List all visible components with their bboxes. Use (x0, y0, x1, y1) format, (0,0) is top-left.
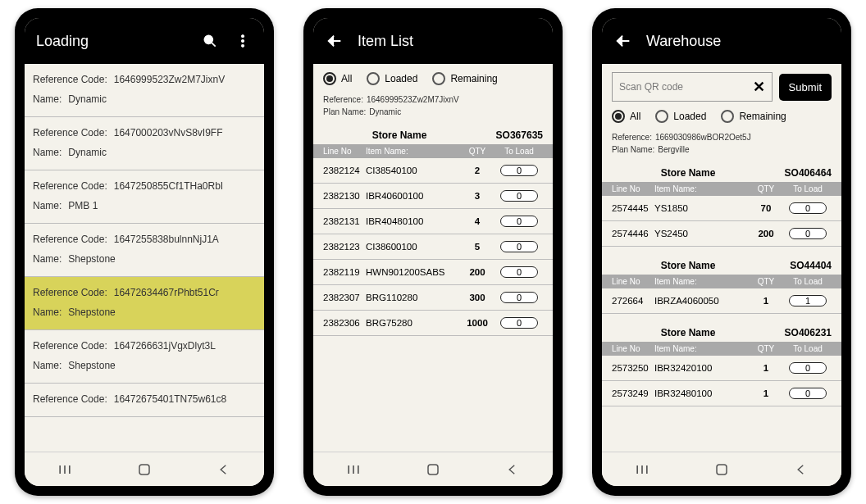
back-icon[interactable] (504, 461, 522, 479)
back-icon[interactable] (792, 461, 810, 479)
ref-value: 1646999523Zw2M7JixnV (114, 74, 225, 85)
to-load-input[interactable]: 1 (789, 295, 827, 306)
name-label: Name: (33, 93, 62, 105)
loading-list-item[interactable]: Reference Code:16472634467rPhbt51CrName:… (25, 277, 264, 330)
cell-item-name: BRG110280 (366, 293, 459, 302)
filter-remaining[interactable]: Remaining (721, 110, 786, 123)
to-load-input[interactable]: 0 (500, 266, 538, 278)
table-row[interactable]: 2573249IBR3248010010 (602, 381, 841, 406)
to-load-input[interactable]: 0 (789, 362, 827, 374)
col-item-name: Item Name: (654, 184, 748, 193)
ref-label: Reference Code: (33, 127, 107, 138)
recents-icon[interactable] (56, 461, 74, 479)
table-row[interactable]: 2382124CI3854010020 (313, 158, 553, 184)
col-to-load: To Load (495, 147, 543, 156)
loading-list-item[interactable]: Reference Code:1646999523Zw2M7JixnVName:… (25, 64, 264, 117)
store-code: SO44404 (764, 260, 832, 271)
scan-qr-input[interactable]: Scan QR code ✕ (612, 72, 773, 102)
ref-label: Reference Code: (33, 340, 107, 352)
loading-list-item[interactable]: Reference Code:1647255838bulnnNjJ1AName:… (25, 224, 264, 277)
table-row[interactable]: 272664IBRZA406005011 (602, 288, 841, 314)
column-header: Line NoItem Name:QTYTo Load (602, 342, 841, 356)
ref-value: 1647255838bulnnNjJ1A (114, 234, 219, 245)
filter-loaded[interactable]: Loaded (655, 110, 706, 123)
loading-list-item[interactable]: Reference Code:16472675401TN75w61c8 (25, 384, 264, 417)
to-load-input[interactable]: 0 (789, 202, 827, 214)
name-label: Name: (33, 306, 62, 318)
loading-list: Reference Code:1646999523Zw2M7JixnVName:… (25, 64, 264, 452)
table-row[interactable]: 2382131IBR4048010040 (313, 209, 553, 234)
cell-qty: 1 (748, 363, 784, 373)
back-arrow-icon[interactable] (613, 31, 633, 51)
svg-rect-18 (717, 465, 727, 474)
store-code: SO406231 (764, 327, 832, 338)
filter-all[interactable]: All (323, 72, 352, 85)
cell-to-load: 0 (784, 202, 832, 214)
to-load-input[interactable]: 0 (789, 228, 827, 239)
cell-to-load: 0 (495, 266, 543, 278)
loading-list-item[interactable]: Reference Code:1647250855Cf1THa0RbIName:… (25, 170, 264, 224)
table-row[interactable]: 2382119HWN901200SABS2000 (313, 260, 553, 285)
to-load-input[interactable]: 0 (500, 190, 538, 202)
table-row[interactable]: 2382306BRG7528010000 (313, 311, 553, 336)
filter-all[interactable]: All (612, 110, 640, 123)
phone-item-list: Item List All Loaded Remaining Reference… (303, 8, 563, 496)
appbar: Item List (313, 18, 553, 64)
loading-list-item[interactable]: Reference Code:1647000203vNvS8vI9FFName:… (25, 117, 264, 170)
cell-item-name: HWN901200SABS (366, 267, 459, 277)
svg-point-0 (204, 35, 212, 43)
system-navbar (25, 452, 264, 486)
table-row[interactable]: 2382307BRG1102803000 (313, 285, 553, 311)
ref-value: 1647000203vNvS8vI9FF (114, 127, 223, 138)
system-navbar (313, 452, 553, 486)
filter-remaining[interactable]: Remaining (432, 72, 497, 85)
store-name-label: Store Name (612, 167, 764, 179)
ref-label: Reference Code: (33, 180, 107, 192)
filter-label: All (630, 111, 640, 122)
recents-icon[interactable] (633, 461, 651, 479)
recents-icon[interactable] (344, 461, 362, 479)
to-load-input[interactable]: 0 (500, 216, 538, 227)
screen: Loading Reference Code:1646999523Zw2M7Ji… (25, 18, 264, 486)
table-row[interactable]: 2382123CI3860010050 (313, 234, 553, 260)
store-header: Store NameSO44404 (602, 255, 841, 275)
cell-qty: 4 (459, 216, 495, 226)
back-arrow-icon[interactable] (325, 31, 344, 51)
cell-line-no: 2382130 (323, 191, 366, 201)
cell-line-no: 2382124 (323, 166, 366, 175)
store-header: Store NameSO406231 (602, 322, 841, 342)
svg-line-1 (212, 43, 216, 47)
home-icon[interactable] (424, 461, 442, 479)
table-row[interactable]: 2574446YS24502000 (602, 221, 841, 247)
filter-loaded[interactable]: Loaded (367, 72, 417, 85)
clear-icon[interactable]: ✕ (753, 79, 765, 94)
to-load-input[interactable]: 0 (500, 292, 538, 303)
submit-button[interactable]: Submit (779, 74, 832, 101)
phone-warehouse: Warehouse Scan QR code ✕ Submit All Load… (592, 8, 851, 496)
name-label: Name: (33, 360, 62, 371)
name-label: Name: (33, 147, 62, 158)
search-icon[interactable] (200, 31, 220, 51)
to-load-input[interactable]: 0 (789, 388, 827, 399)
page-title: Warehouse (646, 33, 830, 50)
to-load-input[interactable]: 0 (500, 317, 538, 329)
back-icon[interactable] (215, 461, 233, 479)
warehouse-body: Store NameSO406464Line NoItem Name:QTYTo… (602, 162, 841, 452)
cell-item-name: CI38540100 (366, 166, 459, 175)
table-row[interactable]: 2382130IBR4060010030 (313, 184, 553, 209)
table-row[interactable]: 2573250IBR3242010010 (602, 356, 841, 381)
cell-to-load: 0 (495, 165, 543, 176)
col-to-load: To Load (784, 277, 832, 286)
warehouse-top-row: Scan QR code ✕ Submit (602, 64, 841, 102)
table-row[interactable]: 2574445YS1850700 (602, 196, 841, 221)
home-icon[interactable] (135, 461, 153, 479)
cell-item-name: IBR32480100 (654, 388, 748, 398)
more-icon[interactable] (233, 31, 253, 51)
loading-list-item[interactable]: Reference Code:1647266631jVgxDlyt3LName:… (25, 330, 264, 384)
column-header: Line No Item Name: QTY To Load (313, 144, 553, 158)
home-icon[interactable] (713, 461, 731, 479)
store-name-label: Store Name (323, 129, 476, 141)
to-load-input[interactable]: 0 (500, 165, 538, 176)
to-load-input[interactable]: 0 (500, 241, 538, 252)
col-item-name: Item Name: (654, 344, 748, 353)
